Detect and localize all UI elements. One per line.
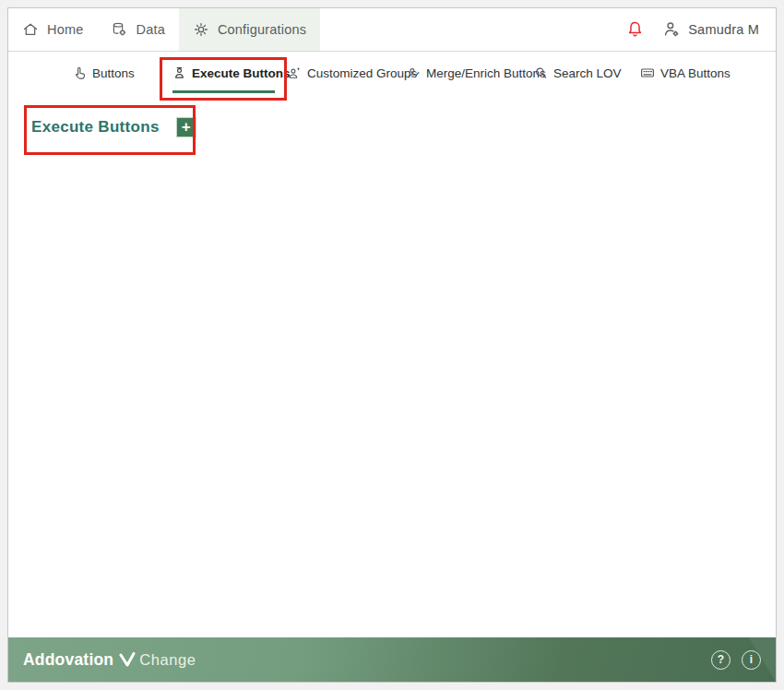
add-execute-button[interactable]: + xyxy=(176,117,196,137)
content-header: Execute Buttons + xyxy=(31,117,196,137)
gear-icon xyxy=(193,21,209,38)
user-menu[interactable]: Samudra M xyxy=(662,20,759,39)
nav-right: Samudra M xyxy=(626,8,776,51)
notifications-bell-icon[interactable] xyxy=(626,20,644,40)
tab-execute-buttons[interactable]: Execute Buttons xyxy=(172,65,291,80)
footer-icons: ? i xyxy=(711,650,761,670)
footer-bar: Addovation Change ? i xyxy=(8,637,776,682)
brand-logo: Addovation Change xyxy=(23,650,196,670)
brand-product: Change xyxy=(139,651,196,669)
tab-buttons[interactable]: Buttons xyxy=(73,65,135,80)
tab-vba-buttons[interactable]: VBA Buttons xyxy=(640,65,731,80)
nav-item-home[interactable]: Home xyxy=(8,8,97,51)
database-gear-icon xyxy=(111,21,127,38)
tab-customized-groups[interactable]: Customized Groups xyxy=(288,65,417,80)
magnifier-icon xyxy=(534,65,548,80)
top-nav: Home Data Configurations xyxy=(8,8,776,52)
nav-item-label: Configurations xyxy=(218,22,306,37)
person-execute-icon xyxy=(172,65,186,80)
nav-item-label: Home xyxy=(47,22,83,37)
user-name: Samudra M xyxy=(688,22,759,37)
tab-search-lov[interactable]: Search LOV xyxy=(534,65,622,80)
user-gear-icon xyxy=(662,20,681,39)
person-edit-icon xyxy=(407,65,421,80)
brand-name: Addovation xyxy=(23,650,113,670)
active-tab-underline xyxy=(172,90,275,93)
hand-click-icon xyxy=(73,65,87,80)
configurations-tabbar: Buttons Execute Buttons Customi xyxy=(8,52,776,101)
keyboard-icon xyxy=(640,65,655,80)
tab-merge-enrich-buttons[interactable]: Merge/Enrich Buttons xyxy=(407,65,546,80)
info-icon[interactable]: i xyxy=(742,650,761,670)
check-icon xyxy=(118,652,137,668)
app-window: Home Data Configurations xyxy=(7,7,777,683)
page-title: Execute Buttons xyxy=(31,118,160,137)
nav-item-configurations[interactable]: Configurations xyxy=(179,8,320,51)
nav-item-data[interactable]: Data xyxy=(97,8,178,51)
group-star-icon xyxy=(288,65,302,80)
nav-item-label: Data xyxy=(136,22,164,37)
home-icon xyxy=(22,21,39,38)
help-icon[interactable]: ? xyxy=(711,650,731,670)
